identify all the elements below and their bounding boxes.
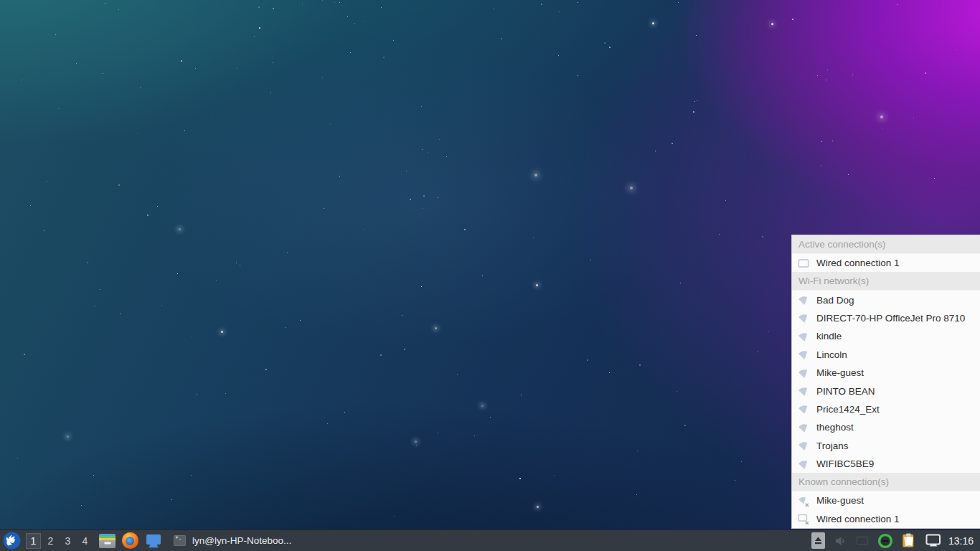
launcher-firefox[interactable] bbox=[121, 532, 139, 550]
network-item[interactable]: Lincoln bbox=[792, 346, 980, 364]
window-button-title: lyn@lyn-HP-Noteboo... bbox=[192, 535, 291, 546]
lubuntu-logo-icon bbox=[3, 532, 21, 550]
network-item-label: WIFIBC5BE9 bbox=[816, 458, 874, 469]
taskbar: 1234 *- lyn@lyn-HP-Noteboo... 13:16 bbox=[0, 529, 980, 551]
network-item-label: Price1424_Ext bbox=[816, 404, 880, 415]
wifi-icon bbox=[797, 293, 810, 306]
workspace-button-3[interactable]: 3 bbox=[60, 533, 75, 549]
wifi-known-icon bbox=[797, 494, 810, 507]
menu-section-header: Active connection(s) bbox=[792, 235, 980, 254]
wifi-icon bbox=[797, 385, 810, 397]
launcher-file-manager[interactable] bbox=[98, 532, 116, 550]
wifi-icon bbox=[797, 439, 810, 452]
tray-clipboard[interactable] bbox=[901, 532, 917, 549]
workspace-button-1[interactable]: 1 bbox=[26, 533, 41, 549]
menu-section-header: Wi-Fi network(s) bbox=[792, 272, 980, 291]
workspace-pager: 1234 bbox=[26, 533, 93, 549]
network-item[interactable]: theghost bbox=[792, 418, 980, 436]
network-item-label: Mike-guest bbox=[816, 367, 864, 378]
wired-icon bbox=[797, 257, 810, 270]
window-button-terminal[interactable]: *- lyn@lyn-HP-Noteboo... bbox=[169, 531, 296, 551]
tray-volume[interactable] bbox=[833, 534, 847, 548]
network-manager-menu: Active connection(s)Wired connection 1Wi… bbox=[791, 235, 980, 529]
system-tray bbox=[811, 532, 942, 549]
wifi-icon bbox=[797, 330, 810, 343]
network-monitor-icon bbox=[925, 533, 942, 548]
app-menu-button[interactable] bbox=[2, 531, 22, 550]
desktop-icon bbox=[145, 532, 162, 549]
network-item[interactable]: Mike-guest bbox=[792, 491, 980, 509]
clipboard-icon bbox=[901, 532, 917, 549]
network-item-label: kindle bbox=[816, 331, 842, 342]
clock[interactable]: 13:16 bbox=[948, 535, 976, 547]
screen-dim-icon bbox=[855, 534, 870, 548]
wired-known-icon bbox=[797, 512, 810, 525]
network-item-label: Lincoln bbox=[816, 349, 847, 360]
status-green-icon bbox=[877, 533, 893, 549]
quick-launch bbox=[98, 532, 162, 550]
tray-network-monitor[interactable] bbox=[925, 533, 942, 548]
network-item[interactable]: PINTO BEAN bbox=[792, 382, 980, 400]
wifi-icon bbox=[797, 311, 810, 324]
tray-screen-dim[interactable] bbox=[855, 534, 870, 548]
network-item[interactable]: Trojans bbox=[792, 437, 980, 455]
tray-eject[interactable] bbox=[811, 532, 825, 549]
eject-icon bbox=[811, 532, 825, 549]
network-item[interactable]: WIFIBC5BE9 bbox=[792, 455, 980, 473]
network-item-label: Mike-guest bbox=[816, 495, 864, 506]
network-item-label: DIRECT-70-HP OfficeJet Pro 8710 bbox=[816, 313, 965, 324]
wifi-icon bbox=[797, 367, 810, 380]
network-item-label: Wired connection 1 bbox=[816, 514, 900, 524]
workspace-button-2[interactable]: 2 bbox=[43, 533, 58, 549]
wifi-icon bbox=[797, 348, 810, 361]
network-item-label: Bad Dog bbox=[816, 295, 854, 306]
network-item-label: theghost bbox=[816, 422, 854, 433]
wifi-icon bbox=[797, 402, 810, 415]
network-item[interactable]: Wired connection 1 bbox=[792, 254, 980, 272]
network-item[interactable]: kindle bbox=[792, 327, 980, 345]
volume-icon bbox=[833, 534, 847, 548]
network-item-label: PINTO BEAN bbox=[816, 386, 875, 397]
workspace-button-4[interactable]: 4 bbox=[77, 533, 93, 549]
launcher-desktop[interactable] bbox=[144, 532, 162, 550]
network-item[interactable]: DIRECT-70-HP OfficeJet Pro 8710 bbox=[792, 309, 980, 327]
tray-status-green[interactable] bbox=[877, 533, 893, 549]
terminal-icon: *- bbox=[174, 535, 186, 546]
network-item[interactable]: Price1424_Ext bbox=[792, 400, 980, 418]
network-item[interactable]: Wired connection 1 bbox=[792, 510, 980, 528]
network-item-label: Wired connection 1 bbox=[816, 258, 900, 268]
network-item[interactable]: Bad Dog bbox=[792, 291, 980, 309]
network-item[interactable]: Mike-guest bbox=[792, 364, 980, 382]
file-manager-icon bbox=[99, 534, 116, 548]
menu-section-header: Known connection(s) bbox=[792, 473, 980, 491]
network-item-label: Trojans bbox=[816, 441, 849, 451]
wifi-icon bbox=[797, 458, 810, 471]
firefox-icon bbox=[122, 532, 138, 549]
wifi-icon bbox=[797, 421, 810, 434]
